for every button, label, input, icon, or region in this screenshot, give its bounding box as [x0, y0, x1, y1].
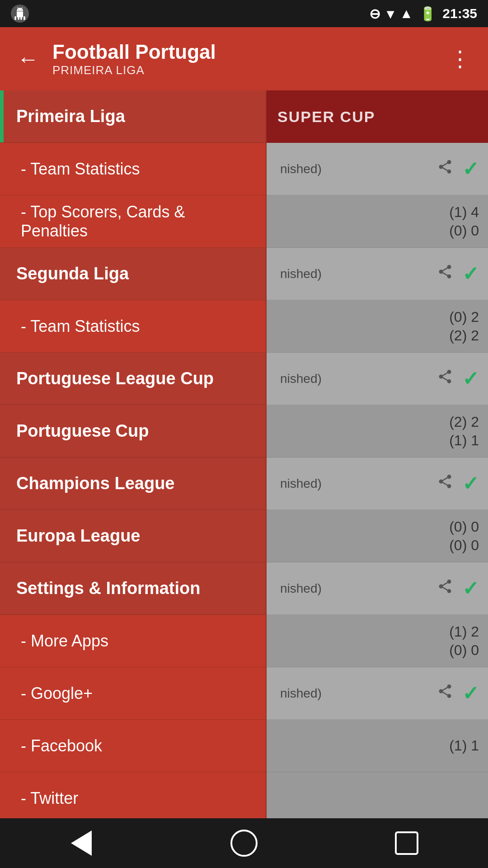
drawer-label-team-stats-2: - Team Statistics — [16, 317, 140, 336]
check-icon-9: ✓ — [462, 577, 479, 600]
drawer-label-segunda-liga: Segunda Liga — [16, 264, 129, 283]
score-values-12: (1) 1 — [449, 737, 479, 754]
back-button[interactable]: ← — [13, 42, 43, 76]
share-icon-3[interactable] — [437, 264, 453, 284]
score-6b: (1) 1 — [449, 432, 479, 449]
score-values-4: (0) 2 (2) 2 — [449, 309, 479, 344]
wifi-icon: ▾ — [387, 6, 394, 22]
content-row-7: nished) ✓ — [267, 458, 488, 510]
check-icon-1: ✓ — [462, 157, 479, 180]
score-4a: (0) 2 — [449, 309, 479, 326]
content-row-6: (2) 2 (1) 1 — [267, 405, 488, 458]
content-row-8: (0) 0 (0) 0 — [267, 510, 488, 562]
nav-home-button[interactable] — [226, 825, 262, 861]
drawer-item-facebook[interactable]: - Facebook — [0, 720, 266, 772]
content-row-2: (1) 4 (0) 0 — [267, 195, 488, 248]
drawer-item-top-scorers[interactable]: - Top Scorers, Cards & Penalties — [0, 195, 266, 248]
score-6a: (2) 2 — [449, 414, 479, 430]
share-icon-9[interactable] — [437, 578, 453, 599]
android-icon — [11, 5, 29, 23]
drawer-label-portuguese-cup: Portuguese Cup — [16, 421, 149, 441]
app-bar: ← Football Portugal PRIMEIRA LIGA ⋮ — [0, 27, 488, 90]
score-8a: (0) 0 — [449, 519, 479, 535]
drawer-label-team-stats-1: - Team Statistics — [16, 160, 140, 179]
score-values-6: (2) 2 (1) 1 — [449, 414, 479, 449]
score-4b: (2) 2 — [449, 327, 479, 344]
score-12a: (1) 1 — [449, 737, 479, 754]
finished-text-7: nished) — [276, 476, 437, 491]
nav-bar — [0, 818, 488, 868]
check-icon-5: ✓ — [462, 367, 479, 390]
drawer-item-team-stats-2[interactable]: - Team Statistics — [0, 300, 266, 353]
time-display: 21:35 — [442, 6, 477, 21]
drawer-label-more-apps: - More Apps — [16, 632, 108, 651]
score-values-2: (1) 4 (0) 0 — [449, 204, 479, 239]
content-row-icons-9: ✓ — [437, 577, 479, 600]
content-header: SUPER CUP — [267, 90, 488, 143]
back-arrow-icon — [71, 830, 92, 856]
content-row-1: nished) ✓ — [267, 143, 488, 195]
drawer-item-settings[interactable]: Settings & Information — [0, 562, 266, 615]
content-row-10: (1) 2 (0) 0 — [267, 615, 488, 667]
score-10b: (0) 0 — [449, 642, 479, 659]
drawer-item-champions-league[interactable]: Champions League — [0, 458, 266, 510]
status-bar: ⊖ ▾ ▲ 🔋 21:35 — [0, 0, 488, 27]
share-icon-7[interactable] — [437, 473, 453, 494]
drawer-item-segunda-liga[interactable]: Segunda Liga — [0, 248, 266, 300]
content-row-9: nished) ✓ — [267, 562, 488, 615]
check-icon-7: ✓ — [462, 472, 479, 495]
nav-recents-button[interactable] — [389, 825, 425, 861]
share-icon-5[interactable] — [437, 368, 453, 389]
finished-text-9: nished) — [276, 581, 437, 596]
share-icon-1[interactable] — [437, 159, 453, 179]
share-icon-11[interactable] — [437, 683, 453, 703]
status-bar-left — [11, 5, 29, 23]
score-8b: (0) 0 — [449, 537, 479, 554]
score-2a: (1) 4 — [449, 204, 479, 221]
score-values-10: (1) 2 (0) 0 — [449, 623, 479, 659]
drawer-item-more-apps[interactable]: - More Apps — [0, 615, 266, 667]
main-container: Primeira Liga - Team Statistics - Top Sc… — [0, 90, 488, 818]
drawer-item-twitter[interactable]: - Twitter — [0, 772, 266, 818]
drawer-item-primeira-liga[interactable]: Primeira Liga — [0, 90, 266, 143]
content-row-icons-1: ✓ — [437, 157, 479, 180]
drawer-label-settings: Settings & Information — [16, 579, 200, 598]
finished-text-3: nished) — [276, 267, 437, 281]
drawer-item-portuguese-league-cup[interactable]: Portuguese League Cup — [0, 353, 266, 405]
content-header-title: SUPER CUP — [277, 108, 375, 126]
content-row-icons-11: ✓ — [437, 682, 479, 705]
content-row-11: nished) ✓ — [267, 667, 488, 720]
drawer-item-team-stats-1[interactable]: - Team Statistics — [0, 143, 266, 195]
score-2b: (0) 0 — [449, 222, 479, 239]
score-values-8: (0) 0 (0) 0 — [449, 519, 479, 554]
drawer-item-google-plus[interactable]: - Google+ — [0, 667, 266, 720]
app-subtitle: PRIMEIRA LIGA — [52, 63, 436, 77]
content-row-4: (0) 2 (2) 2 — [267, 300, 488, 353]
content-row-12: (1) 1 — [267, 720, 488, 772]
battery-icon: 🔋 — [419, 6, 436, 22]
score-10a: (1) 2 — [449, 623, 479, 640]
check-icon-11: ✓ — [462, 682, 479, 705]
navigation-drawer: Primeira Liga - Team Statistics - Top Sc… — [0, 90, 267, 818]
drawer-item-europa-league[interactable]: Europa League — [0, 510, 266, 562]
finished-text-11: nished) — [276, 686, 437, 701]
drawer-label-europa-league: Europa League — [16, 526, 141, 546]
nav-back-button[interactable] — [63, 825, 99, 861]
drawer-item-portuguese-cup[interactable]: Portuguese Cup — [0, 405, 266, 458]
drawer-label-facebook: - Facebook — [16, 736, 102, 755]
signal-icon: ▲ — [400, 6, 413, 21]
drawer-label-champions-league: Champions League — [16, 474, 175, 493]
drawer-label-primeira-liga: Primeira Liga — [16, 107, 125, 126]
finished-text-5: nished) — [276, 372, 437, 386]
content-row-icons-3: ✓ — [437, 262, 479, 285]
content-row-icons-7: ✓ — [437, 472, 479, 495]
recents-square-icon — [395, 831, 418, 855]
app-title: Football Portugal — [52, 41, 436, 63]
more-options-button[interactable]: ⋮ — [445, 42, 475, 76]
content-row-5: nished) ✓ — [267, 353, 488, 405]
drawer-label-google-plus: - Google+ — [16, 684, 93, 703]
no-disturb-icon: ⊖ — [369, 6, 380, 22]
status-bar-right: ⊖ ▾ ▲ 🔋 21:35 — [369, 6, 477, 22]
drawer-label-twitter: - Twitter — [16, 789, 78, 808]
content-row-3: nished) ✓ — [267, 248, 488, 300]
